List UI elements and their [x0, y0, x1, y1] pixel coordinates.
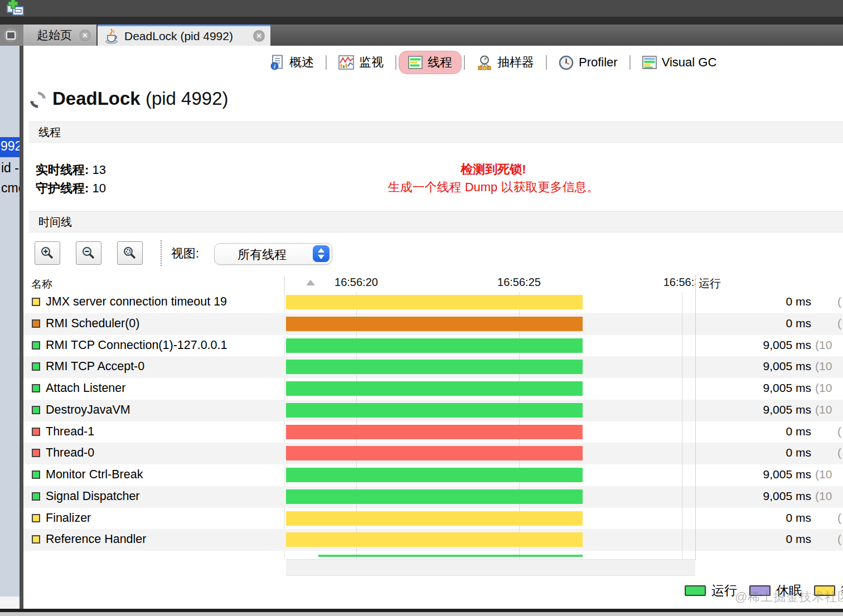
view-tab-bar: i 概述 监视 线程 抽样器 Profiler Visual GC	[261, 50, 725, 75]
thread-name: Thread-0	[46, 446, 94, 460]
table-row[interactable]: Reference Handler0 ms(	[23, 529, 843, 551]
view-tab-Profiler[interactable]: Profiler	[550, 52, 627, 73]
thread-timeline-bar	[286, 338, 583, 353]
window-bottom-strip	[0, 612, 843, 616]
sidebar-selected-node[interactable]: 992	[0, 137, 20, 157]
thread-timeline-bar	[286, 446, 583, 460]
thread-state-swatch	[32, 298, 40, 306]
sort-ascending-icon	[306, 280, 315, 285]
thread-name: JMX server connection timeout 19	[46, 295, 227, 309]
thread-name: RMI TCP Connection(1)-127.0.0.1	[46, 338, 227, 352]
legend-label: 运行	[711, 582, 737, 599]
view-tab-separator	[629, 55, 631, 70]
table-row[interactable]: Finalizer0 ms(	[23, 508, 843, 530]
thread-running-pct: (10	[815, 360, 832, 373]
running-column-header[interactable]: 运行	[699, 276, 721, 291]
thread-running-pct: (	[837, 425, 841, 438]
thread-state-swatch	[32, 492, 40, 501]
live-threads-value: 13	[92, 163, 105, 177]
table-row[interactable]: Attach Listener9,005 ms(10	[23, 378, 843, 400]
monitor-icon	[338, 55, 354, 70]
view-tab-抽样器[interactable]: 抽样器	[468, 51, 543, 74]
thread-name: Reference Handler	[46, 532, 146, 546]
view-tab-label: Profiler	[579, 55, 618, 70]
thread-name: RMI Scheduler(0)	[46, 317, 139, 331]
tab-start-page[interactable]: 起始页 ✕	[23, 25, 98, 46]
table-row[interactable]: Thread-10 ms(	[23, 421, 843, 443]
zoom-in-button[interactable]	[35, 241, 60, 265]
tab-label: 起始页	[37, 27, 72, 43]
timeline-panel-edge	[695, 275, 696, 560]
thread-timeline-bar	[286, 295, 583, 309]
sidebar-bottom	[0, 596, 20, 609]
sampler-icon	[477, 55, 492, 70]
table-row[interactable]: DestroyJavaVM9,005 ms(10	[23, 400, 843, 421]
thread-running-pct: (	[837, 511, 841, 525]
time-tick-label: 16:56:3	[663, 276, 695, 289]
table-row[interactable]: RMI TCP Accept-09,005 ms(10	[23, 356, 843, 378]
tab-deadlock[interactable]: DeadLock (pid 4992) ✕	[98, 25, 270, 46]
table-row[interactable]: RMI TCP Connection(1)-127.0.0.19,005 ms(…	[23, 335, 843, 357]
view-tab-separator	[464, 55, 465, 70]
visualvm-window: 起始页 ✕ DeadLock (pid 4992) ✕ 992 id - cmd	[0, 0, 843, 616]
applications-sidebar[interactable]: 992 id - cmd	[0, 46, 20, 596]
view-tab-Visual GC[interactable]: Visual GC	[633, 52, 726, 72]
thread-timeline-bar	[286, 532, 583, 547]
svg-text:i: i	[274, 64, 275, 70]
thread-name: Attach Listener	[46, 381, 125, 395]
table-row[interactable]: Signal Dispatcher9,005 ms(10	[23, 486, 843, 508]
view-tab-监视[interactable]: 监视	[330, 51, 393, 74]
thread-running-pct: (	[837, 295, 841, 308]
thread-rows: JMX server connection timeout 190 ms(RMI…	[23, 292, 843, 551]
thread-name: Finalizer	[46, 511, 91, 525]
tabstrip-shadow	[0, 17, 843, 25]
daemon-threads-label: 守护线程:	[36, 181, 89, 195]
thread-running-pct: (10	[815, 468, 832, 481]
view-tab-线程[interactable]: 线程	[399, 51, 461, 74]
sidebar-node-fragment: id -	[1, 161, 19, 176]
zoom-out-icon	[81, 246, 96, 260]
sidebar-divider[interactable]	[20, 46, 23, 609]
name-column-header[interactable]: 名称	[31, 277, 52, 292]
view-tab-label: 概述	[289, 54, 314, 71]
view-tab-label: 线程	[428, 54, 452, 71]
thread-name: DestroyJavaVM	[46, 403, 130, 417]
selected-view-value: 所有线程	[215, 246, 309, 263]
close-icon[interactable]: ✕	[253, 30, 265, 42]
view-tab-label: Visual GC	[662, 55, 717, 70]
thread-running-pct: (	[837, 532, 841, 546]
close-icon[interactable]: ✕	[79, 30, 91, 41]
view-selector-label: 视图:	[171, 245, 199, 262]
thread-running-time: 9,005 ms	[763, 468, 811, 481]
timeline-column-header[interactable]: 16:56:2016:56:2516:56:3	[285, 275, 695, 291]
sidebar-node-fragment: cmd	[1, 181, 20, 196]
thread-running-time: 0 ms	[786, 446, 811, 459]
restore-window-icon[interactable]	[3, 28, 18, 42]
zoom-fit-button[interactable]	[117, 241, 143, 265]
thread-timeline-bar	[286, 360, 583, 374]
threads-section-header: 线程	[29, 122, 843, 143]
time-tick-label: 16:56:20	[335, 276, 378, 289]
timeline-section-header: 时间线	[29, 211, 843, 232]
select-stepper-icon	[313, 245, 330, 262]
page-title: DeadLock (pid 4992)	[52, 88, 228, 109]
view-tab-label: 监视	[359, 54, 384, 71]
overview-icon: i	[270, 55, 284, 70]
table-row[interactable]: Thread-00 ms(	[23, 443, 843, 464]
table-row[interactable]: JMX server connection timeout 190 ms(	[23, 292, 843, 313]
view-tab-概述[interactable]: i 概述	[261, 51, 323, 74]
view-tab-separator	[326, 55, 327, 70]
table-row[interactable]: RMI Scheduler(0)0 ms(	[23, 313, 843, 335]
table-row[interactable]: Monitor Ctrl-Break9,005 ms(10	[23, 464, 843, 486]
zoom-out-button[interactable]	[76, 241, 101, 265]
partial-thread-bar	[318, 555, 583, 557]
thread-timeline-bar	[286, 425, 583, 439]
thread-dump-link[interactable]: 生成一个线程 Dump 以获取更多信息。	[335, 178, 652, 196]
thread-view-select[interactable]: 所有线程	[214, 243, 332, 265]
tabstrip-left-rail	[0, 25, 23, 46]
new-tab-icon[interactable]	[4, 0, 26, 16]
thread-state-swatch	[32, 341, 40, 350]
timeline-bottom-track	[286, 559, 695, 576]
view-tab-label: 抽样器	[497, 54, 534, 71]
thread-timeline-bar	[286, 489, 583, 504]
